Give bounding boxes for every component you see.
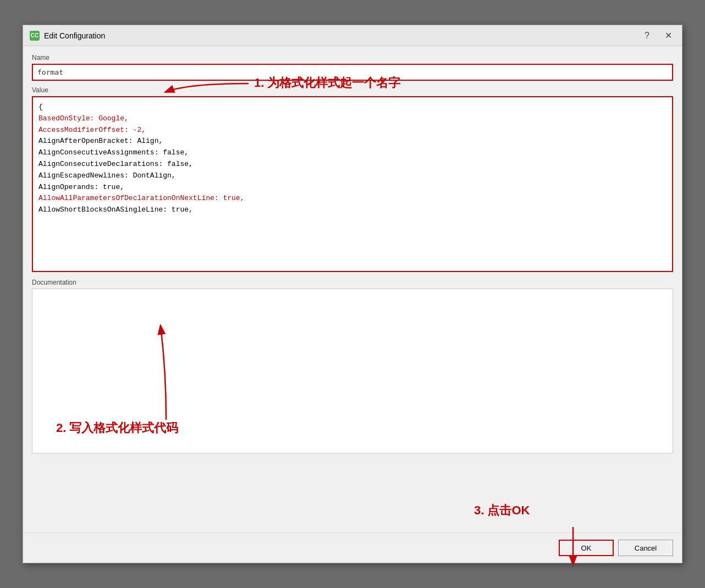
dialog-title: Edit Configuration bbox=[44, 31, 105, 40]
title-bar: CC Edit Configuration ? ✕ bbox=[23, 25, 682, 46]
code-line-5: AlignConsecutiveAssignments: false, bbox=[38, 147, 667, 159]
code-line-7: AlignEscapedNewlines: DontAlign, bbox=[38, 170, 667, 182]
dialog-footer: OK Cancel bbox=[23, 532, 682, 563]
title-bar-left: CC Edit Configuration bbox=[30, 31, 105, 41]
value-label: Value bbox=[32, 86, 673, 94]
code-line-1: { bbox=[38, 102, 667, 113]
code-line-8: AlignOperands: true, bbox=[38, 182, 667, 193]
value-code-box: { BasedOnStyle: Google, AccessModifierOf… bbox=[32, 96, 673, 272]
ok-button[interactable]: OK bbox=[559, 540, 614, 556]
title-bar-right: ? ✕ bbox=[641, 30, 675, 41]
code-line-2: BasedOnStyle: Google, bbox=[38, 113, 667, 125]
value-section: Value { BasedOnStyle: Google, AccessModi… bbox=[32, 86, 673, 273]
code-line-3: AccessModifierOffset: -2, bbox=[38, 125, 667, 136]
app-icon: CC bbox=[30, 31, 40, 41]
edit-configuration-dialog: CC Edit Configuration ? ✕ Name Value { B… bbox=[23, 25, 682, 563]
name-section: Name bbox=[32, 54, 673, 81]
code-line-6: AlignConsecutiveDeclarations: false, bbox=[38, 159, 667, 170]
dialog-body: Name Value { BasedOnStyle: Google, Acces… bbox=[23, 46, 682, 532]
code-line-4: AlignAfterOpenBracket: Align, bbox=[38, 136, 667, 147]
doc-label: Documentation bbox=[32, 279, 673, 286]
doc-section: Documentation bbox=[32, 279, 673, 525]
help-button[interactable]: ? bbox=[641, 30, 653, 41]
close-button[interactable]: ✕ bbox=[662, 30, 675, 41]
code-line-10: AllowShortBlocksOnASingleLine: true, bbox=[38, 204, 667, 216]
code-line-9: AllowAllParametersOfDeclarationOnNextLin… bbox=[38, 193, 667, 204]
name-label: Name bbox=[32, 54, 673, 62]
name-input[interactable] bbox=[32, 64, 673, 81]
cancel-button[interactable]: Cancel bbox=[618, 540, 673, 556]
doc-box bbox=[32, 289, 673, 453]
